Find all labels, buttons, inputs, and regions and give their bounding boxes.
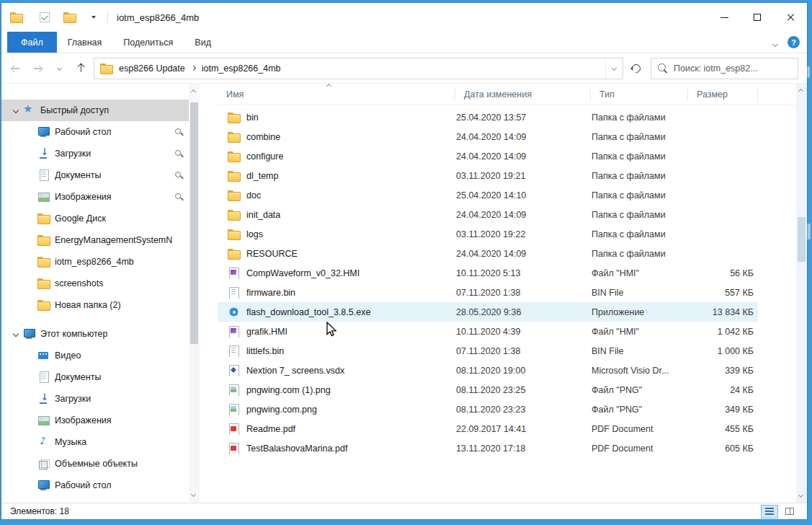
sidebar-item[interactable]: Загрузки bbox=[1, 143, 189, 164]
sidebar-item[interactable]: Изображения bbox=[1, 410, 189, 431]
file-date-cell: 03.11.2020 19:22 bbox=[455, 229, 591, 239]
address-bar[interactable]: esp8266 Update iotm_esp8266_4mb bbox=[94, 58, 623, 79]
sidebar-item[interactable]: Новая папка (2) bbox=[1, 294, 189, 316]
file-size-cell: 605 КБ bbox=[688, 444, 758, 454]
qat-customize-button[interactable] bbox=[87, 11, 100, 24]
sidebar-item[interactable]: Видео bbox=[1, 345, 189, 366]
sidebar-item[interactable]: screenshots bbox=[1, 273, 189, 294]
file-row[interactable]: flash_download_tool_3.8.5.exe28.05.2020 … bbox=[218, 302, 758, 322]
file-row[interactable]: pngwing.com (1).png08.11.2020 23:25Файл … bbox=[218, 380, 758, 400]
sidebar-item[interactable]: Рабочий стол bbox=[1, 475, 189, 496]
folder-icon bbox=[37, 278, 50, 289]
tab-share[interactable]: Поделиться bbox=[112, 32, 184, 53]
file-row[interactable]: logs03.11.2020 19:22Папка с файлами bbox=[218, 224, 758, 244]
file-name-cell: flash_download_tool_3.8.5.exe bbox=[218, 306, 455, 318]
sidebar-item[interactable]: Объемные объекты bbox=[1, 453, 189, 475]
file-row[interactable]: configure24.04.2020 14:09Папка с файлами bbox=[218, 146, 758, 166]
quick-access-toolbar bbox=[38, 11, 100, 24]
qat-check-button[interactable] bbox=[38, 11, 51, 24]
file-size-cell: 349 КБ bbox=[688, 405, 758, 415]
file-row[interactable]: TestBalashovaMarina.pdf13.11.2020 17:18P… bbox=[218, 438, 758, 458]
file-row[interactable]: firmware.bin07.11.2020 1:38BIN File557 К… bbox=[218, 283, 758, 302]
search-box[interactable]: Поиск: iotm_esp82... bbox=[651, 58, 798, 79]
file-row[interactable]: Readme.pdf22.09.2017 14:41PDF Document45… bbox=[218, 419, 758, 438]
view-switcher bbox=[758, 505, 798, 519]
app-folder-icon bbox=[10, 12, 22, 23]
forward-button[interactable] bbox=[27, 58, 48, 79]
file-row[interactable]: littlefs.bin07.11.2020 1:38BIN File1 000… bbox=[218, 341, 758, 361]
sidebar-item-label: Видео bbox=[55, 350, 81, 361]
sidebar-scrollbar-thumb[interactable] bbox=[190, 102, 198, 344]
scroll-down-icon[interactable] bbox=[798, 493, 803, 498]
expand-chevron-icon[interactable] bbox=[13, 107, 19, 113]
sidebar-item[interactable]: iotm_esp8266_4mb bbox=[1, 251, 189, 273]
sidebar-item[interactable]: Рабочий стол bbox=[1, 121, 189, 143]
computer-icon bbox=[23, 328, 35, 340]
expand-ribbon-button[interactable] bbox=[773, 36, 777, 49]
view-details-button[interactable] bbox=[761, 505, 778, 519]
file-name: pngwing.com (1).png bbox=[246, 385, 331, 395]
file-date-cell: 28.05.2020 9:36 bbox=[455, 307, 591, 317]
sidebar-item[interactable]: Документы bbox=[1, 164, 189, 186]
sidebar-scrollbar[interactable] bbox=[189, 84, 200, 503]
close-button[interactable] bbox=[774, 3, 807, 32]
help-button[interactable]: ? bbox=[788, 36, 800, 48]
column-header-type[interactable]: Тип bbox=[591, 87, 688, 102]
breadcrumb-item[interactable]: esp8266 Update bbox=[112, 63, 192, 74]
file-name: combine bbox=[246, 132, 280, 142]
folder-icon bbox=[228, 112, 240, 123]
column-header-size[interactable]: Размер bbox=[688, 87, 758, 102]
file-pane: ИмяДата измененияТипРазмер bin25.04.2020… bbox=[200, 84, 807, 503]
downloads-icon bbox=[37, 393, 50, 405]
file-row[interactable]: grafik.HMI10.11.2020 4:39Файл "HMI"1 042… bbox=[218, 322, 758, 341]
view-thumbnails-button[interactable] bbox=[781, 505, 798, 519]
titlebar-separator bbox=[107, 12, 108, 23]
tab-view[interactable]: Вид bbox=[184, 32, 222, 53]
scroll-down-icon[interactable] bbox=[191, 492, 196, 497]
file-date-cell: 07.11.2020 1:38 bbox=[455, 346, 591, 356]
file-row[interactable]: dl_temp03.11.2020 19:21Папка с файлами bbox=[218, 166, 758, 185]
file-row[interactable]: init_data24.04.2020 14:09Папка с файлами bbox=[218, 205, 758, 224]
scroll-up-icon[interactable] bbox=[191, 89, 196, 94]
sidebar-item-label: Этот компьютер bbox=[40, 329, 107, 339]
expand-chevron-icon[interactable] bbox=[13, 331, 19, 337]
main-scrollbar[interactable] bbox=[796, 84, 807, 503]
breadcrumb-item[interactable]: iotm_esp8266_4mb bbox=[195, 63, 287, 74]
folder-icon bbox=[228, 248, 240, 260]
file-row[interactable]: CompWaveform_v0_32.HMI10.11.2020 5:13Фай… bbox=[218, 263, 758, 283]
sidebar-item[interactable]: EnergyManagementSystemN bbox=[1, 229, 189, 251]
maximize-button[interactable] bbox=[741, 3, 774, 32]
file-row[interactable]: RESOURCE24.04.2020 14:09Папка с файлами bbox=[218, 244, 758, 263]
sidebar-item-label: Документы bbox=[55, 372, 101, 382]
file-row[interactable]: pngwing.com.png08.11.2020 23:23Файл "PNG… bbox=[218, 400, 758, 419]
file-name-cell: configure bbox=[218, 151, 455, 162]
file-row[interactable]: combine24.04.2020 14:09Папка с файлами bbox=[218, 127, 758, 146]
sidebar-item[interactable]: Загрузки bbox=[1, 388, 189, 410]
file-type-cell: Папка с файлами bbox=[591, 210, 688, 220]
file-row[interactable]: doc25.04.2020 14:10Папка с файлами bbox=[218, 185, 758, 205]
main-scrollbar-thumb[interactable] bbox=[798, 217, 806, 262]
tab-file[interactable]: Файл bbox=[7, 32, 57, 53]
tab-home[interactable]: Главная bbox=[57, 32, 113, 53]
sidebar-item[interactable]: Этот компьютер bbox=[1, 323, 189, 345]
address-dropdown-button[interactable] bbox=[605, 58, 623, 79]
refresh-button[interactable] bbox=[626, 58, 646, 79]
file-row[interactable]: Nextion 7_ screens.vsdx08.11.2020 19:00M… bbox=[218, 361, 758, 380]
qat-folder-button[interactable] bbox=[63, 11, 76, 24]
column-header-date[interactable]: Дата изменения bbox=[455, 87, 591, 102]
file-date-cell: 24.04.2020 14:09 bbox=[455, 151, 591, 162]
sidebar-item[interactable]: Музыка bbox=[1, 431, 189, 453]
sidebar-item[interactable]: Быстрый доступ bbox=[1, 100, 189, 121]
sidebar-item[interactable]: Документы bbox=[1, 366, 189, 388]
sidebar-item[interactable]: Google Диск bbox=[1, 208, 189, 229]
details-view-icon bbox=[765, 508, 774, 515]
minimize-button[interactable] bbox=[708, 3, 741, 32]
file-type-cell: Папка с файлами bbox=[591, 229, 688, 239]
column-header-name[interactable]: Имя bbox=[218, 87, 455, 102]
scroll-up-icon[interactable] bbox=[798, 89, 803, 94]
up-button[interactable] bbox=[71, 58, 91, 79]
back-button[interactable] bbox=[6, 58, 26, 79]
sidebar-item[interactable]: Изображения bbox=[1, 186, 189, 208]
file-row[interactable]: bin25.04.2020 13:57Папка с файлами bbox=[218, 107, 758, 127]
recent-locations-button[interactable] bbox=[49, 58, 69, 79]
